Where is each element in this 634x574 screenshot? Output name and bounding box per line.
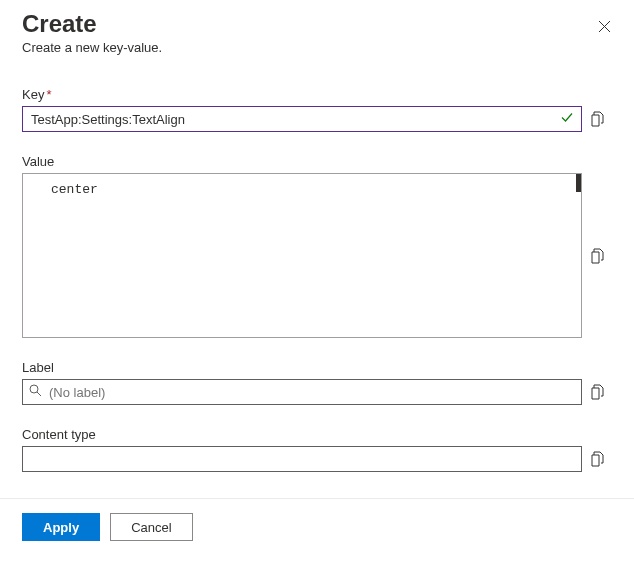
copy-value-button[interactable]: [590, 248, 606, 264]
copy-icon: [591, 111, 605, 127]
copy-icon: [591, 248, 605, 264]
copy-content-type-button[interactable]: [590, 451, 606, 467]
apply-button[interactable]: Apply: [22, 513, 100, 541]
scrollbar[interactable]: [576, 174, 581, 192]
required-asterisk: *: [46, 87, 51, 102]
page-subtitle: Create a new key-value.: [22, 40, 590, 55]
key-input[interactable]: [22, 106, 582, 132]
copy-label-button[interactable]: [590, 384, 606, 400]
content-type-input[interactable]: [22, 446, 582, 472]
key-label: Key*: [22, 87, 612, 102]
label-label: Label: [22, 360, 612, 375]
copy-icon: [591, 451, 605, 467]
cancel-button[interactable]: Cancel: [110, 513, 192, 541]
footer-divider: [0, 498, 634, 499]
content-type-label: Content type: [22, 427, 612, 442]
value-textarea[interactable]: [49, 180, 575, 331]
page-title: Create: [22, 10, 590, 38]
close-button[interactable]: [590, 12, 618, 40]
copy-key-button[interactable]: [590, 111, 606, 127]
copy-icon: [591, 384, 605, 400]
close-icon: [598, 20, 611, 33]
label-input[interactable]: [22, 379, 582, 405]
value-label: Value: [22, 154, 612, 169]
